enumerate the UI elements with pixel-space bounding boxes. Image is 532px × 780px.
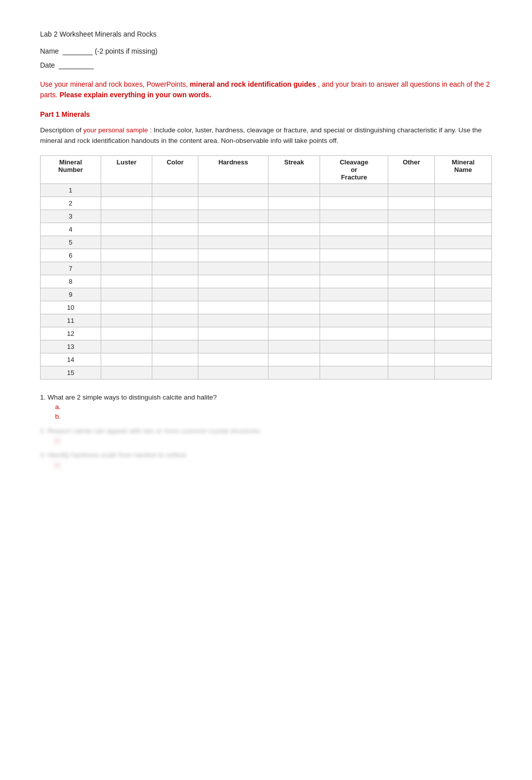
row-cell[interactable] bbox=[388, 340, 435, 353]
row-cell[interactable] bbox=[152, 210, 198, 223]
row-cell[interactable] bbox=[198, 353, 269, 366]
row-cell[interactable] bbox=[152, 249, 198, 262]
row-cell[interactable] bbox=[269, 197, 320, 210]
row-cell[interactable] bbox=[320, 210, 388, 223]
row-cell[interactable] bbox=[152, 366, 198, 379]
row-cell[interactable] bbox=[388, 275, 435, 288]
row-cell[interactable] bbox=[101, 340, 152, 353]
row-cell[interactable] bbox=[152, 301, 198, 314]
row-cell[interactable] bbox=[269, 353, 320, 366]
row-cell[interactable] bbox=[388, 314, 435, 327]
row-cell[interactable] bbox=[388, 223, 435, 236]
row-cell[interactable] bbox=[269, 275, 320, 288]
row-cell[interactable] bbox=[269, 236, 320, 249]
row-cell[interactable] bbox=[198, 197, 269, 210]
row-cell[interactable] bbox=[269, 288, 320, 301]
row-cell[interactable] bbox=[388, 183, 435, 197]
row-cell[interactable] bbox=[388, 353, 435, 366]
row-cell[interactable] bbox=[320, 301, 388, 314]
row-cell[interactable] bbox=[198, 275, 269, 288]
row-cell[interactable] bbox=[320, 340, 388, 353]
row-cell[interactable] bbox=[435, 183, 492, 197]
row-cell[interactable] bbox=[320, 353, 388, 366]
row-cell[interactable] bbox=[320, 327, 388, 340]
row-cell[interactable] bbox=[269, 183, 320, 197]
row-cell[interactable] bbox=[435, 223, 492, 236]
row-cell[interactable] bbox=[388, 210, 435, 223]
row-cell[interactable] bbox=[435, 327, 492, 340]
row-cell[interactable] bbox=[320, 197, 388, 210]
row-cell[interactable] bbox=[101, 353, 152, 366]
row-cell[interactable] bbox=[388, 288, 435, 301]
row-cell[interactable] bbox=[435, 262, 492, 275]
row-cell[interactable] bbox=[198, 288, 269, 301]
row-cell[interactable] bbox=[198, 249, 269, 262]
row-cell[interactable] bbox=[101, 301, 152, 314]
row-cell[interactable] bbox=[198, 366, 269, 379]
q1-sub-a[interactable]: a. bbox=[55, 403, 492, 411]
row-cell[interactable] bbox=[152, 275, 198, 288]
row-cell[interactable] bbox=[320, 288, 388, 301]
date-blank[interactable] bbox=[59, 69, 94, 69]
row-cell[interactable] bbox=[198, 210, 269, 223]
row-cell[interactable] bbox=[101, 275, 152, 288]
row-cell[interactable] bbox=[101, 366, 152, 379]
row-cell[interactable] bbox=[101, 327, 152, 340]
row-cell[interactable] bbox=[320, 249, 388, 262]
row-cell[interactable] bbox=[198, 301, 269, 314]
row-cell[interactable] bbox=[435, 301, 492, 314]
row-cell[interactable] bbox=[269, 314, 320, 327]
name-blank[interactable] bbox=[63, 55, 93, 55]
row-cell[interactable] bbox=[152, 314, 198, 327]
row-cell[interactable] bbox=[435, 353, 492, 366]
row-cell[interactable] bbox=[198, 340, 269, 353]
row-cell[interactable] bbox=[320, 183, 388, 197]
row-cell[interactable] bbox=[101, 262, 152, 275]
row-cell[interactable] bbox=[152, 262, 198, 275]
row-cell[interactable] bbox=[320, 314, 388, 327]
row-cell[interactable] bbox=[101, 236, 152, 249]
row-cell[interactable] bbox=[152, 223, 198, 236]
row-cell[interactable] bbox=[152, 236, 198, 249]
row-cell[interactable] bbox=[101, 183, 152, 197]
row-cell[interactable] bbox=[152, 327, 198, 340]
row-cell[interactable] bbox=[320, 223, 388, 236]
row-cell[interactable] bbox=[152, 183, 198, 197]
row-cell[interactable] bbox=[320, 236, 388, 249]
row-cell[interactable] bbox=[388, 327, 435, 340]
row-cell[interactable] bbox=[101, 210, 152, 223]
row-cell[interactable] bbox=[388, 197, 435, 210]
row-cell[interactable] bbox=[435, 340, 492, 353]
row-cell[interactable] bbox=[269, 223, 320, 236]
row-cell[interactable] bbox=[435, 236, 492, 249]
row-cell[interactable] bbox=[269, 327, 320, 340]
row-cell[interactable] bbox=[388, 262, 435, 275]
row-cell[interactable] bbox=[320, 366, 388, 379]
row-cell[interactable] bbox=[269, 249, 320, 262]
row-cell[interactable] bbox=[101, 249, 152, 262]
row-cell[interactable] bbox=[435, 288, 492, 301]
row-cell[interactable] bbox=[269, 301, 320, 314]
row-cell[interactable] bbox=[320, 275, 388, 288]
row-cell[interactable] bbox=[435, 249, 492, 262]
row-cell[interactable] bbox=[269, 210, 320, 223]
row-cell[interactable] bbox=[101, 223, 152, 236]
q1-sub-b[interactable]: b. bbox=[55, 413, 492, 420]
row-cell[interactable] bbox=[198, 223, 269, 236]
row-cell[interactable] bbox=[101, 197, 152, 210]
row-cell[interactable] bbox=[269, 340, 320, 353]
row-cell[interactable] bbox=[152, 197, 198, 210]
row-cell[interactable] bbox=[320, 262, 388, 275]
row-cell[interactable] bbox=[388, 249, 435, 262]
row-cell[interactable] bbox=[388, 236, 435, 249]
row-cell[interactable] bbox=[152, 353, 198, 366]
row-cell[interactable] bbox=[198, 314, 269, 327]
row-cell[interactable] bbox=[198, 236, 269, 249]
row-cell[interactable] bbox=[198, 262, 269, 275]
row-cell[interactable] bbox=[198, 327, 269, 340]
row-cell[interactable] bbox=[388, 366, 435, 379]
row-cell[interactable] bbox=[269, 366, 320, 379]
row-cell[interactable] bbox=[435, 197, 492, 210]
row-cell[interactable] bbox=[435, 366, 492, 379]
row-cell[interactable] bbox=[269, 262, 320, 275]
